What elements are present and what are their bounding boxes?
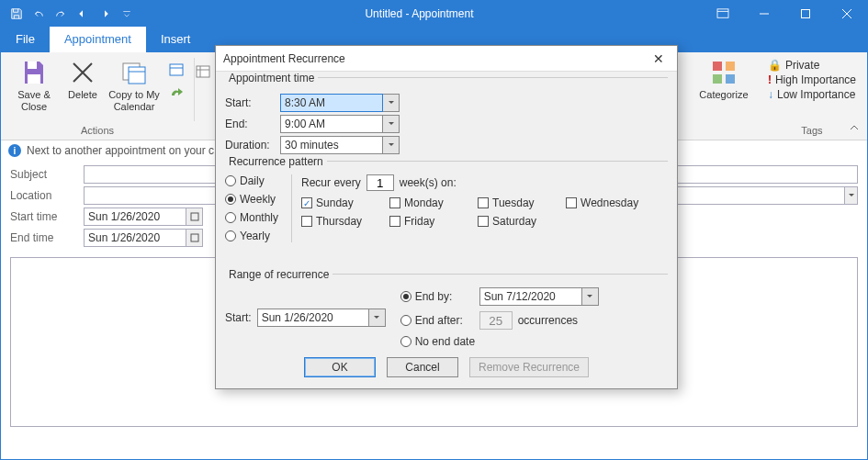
check-saturday[interactable]: Saturday <box>478 215 551 228</box>
tab-file[interactable]: File <box>1 27 50 52</box>
chevron-down-icon[interactable] <box>383 115 400 133</box>
svg-rect-5 <box>129 67 145 84</box>
app-window: Untitled - Appointment File Appointment … <box>0 0 868 460</box>
categorize-icon <box>709 58 738 87</box>
svg-rect-3 <box>28 74 40 84</box>
cancel-button[interactable]: Cancel <box>387 357 458 377</box>
end-time-label: End time <box>10 231 84 244</box>
svg-rect-11 <box>726 74 735 84</box>
dlg-duration-select[interactable]: 30 minutes <box>280 136 400 154</box>
chevron-down-icon[interactable] <box>582 287 599 306</box>
radio-no-end[interactable]: No end date <box>400 335 475 348</box>
wednesday-label: Wednesday <box>581 196 638 209</box>
dlg-duration-value: 30 minutes <box>280 136 383 154</box>
location-dropdown-icon[interactable] <box>845 186 858 205</box>
copy-calendar-button[interactable]: Copy to My Calendar <box>106 56 163 115</box>
radio-yearly[interactable]: Yearly <box>225 230 278 242</box>
start-time-label: Start time <box>10 210 84 223</box>
check-wednesday[interactable]: Wednesday <box>566 196 648 209</box>
group-actions: Save & Close Delete Copy to My Calendar … <box>1 52 194 140</box>
next-icon[interactable] <box>95 4 115 24</box>
section-recurrence-pattern: Recurrence pattern Daily Weekly Monthly … <box>225 161 668 246</box>
radio-daily-label: Daily <box>240 174 265 187</box>
dlg-duration-label: Duration: <box>225 139 280 151</box>
tuesday-label: Tuesday <box>492 196 535 209</box>
redo-icon[interactable] <box>51 4 71 24</box>
end-by-label: End by: <box>415 290 474 303</box>
minimize-button[interactable] <box>743 1 784 27</box>
svg-rect-6 <box>170 64 183 75</box>
group-categorize: Categorize <box>691 52 757 140</box>
chevron-down-icon[interactable] <box>369 309 386 327</box>
check-tuesday[interactable]: Tuesday <box>478 196 551 209</box>
start-date-value: Sun 1/26/2020 <box>85 210 186 223</box>
high-importance-toggle[interactable]: !High Importance <box>764 73 860 87</box>
monday-label: Monday <box>404 196 444 209</box>
range-start-select[interactable]: Sun 1/26/2020 <box>257 309 386 327</box>
dialog-close-button[interactable]: ✕ <box>648 48 670 70</box>
tab-insert[interactable]: Insert <box>146 27 206 52</box>
dlg-end-value: 9:00 AM <box>280 115 383 133</box>
low-importance-toggle[interactable]: ↓Low Importance <box>764 87 859 102</box>
undo-icon[interactable] <box>28 4 49 24</box>
appointment-view-icon[interactable] <box>193 62 213 82</box>
radio-weekly[interactable]: Weekly <box>225 193 278 206</box>
chevron-down-icon[interactable] <box>383 136 400 154</box>
save-close-icon <box>19 58 49 87</box>
qat-customize-icon[interactable] <box>117 4 137 24</box>
delete-button[interactable]: Delete <box>63 56 102 103</box>
calendar-small-icon[interactable] <box>166 60 186 80</box>
end-by-select[interactable]: Sun 7/12/2020 <box>479 287 599 306</box>
radio-end-after[interactable]: End after: <box>400 314 474 327</box>
save-close-button[interactable]: Save & Close <box>8 56 60 115</box>
ribbon-display-icon[interactable] <box>702 1 743 27</box>
info-icon: i <box>8 144 21 157</box>
end-by-value: Sun 7/12/2020 <box>479 287 582 306</box>
titlebar: Untitled - Appointment <box>1 1 867 27</box>
dlg-end-select[interactable]: 9:00 AM <box>280 115 400 133</box>
sunday-label: Sunday <box>316 196 354 209</box>
tab-appointment[interactable]: Appointment <box>50 27 146 52</box>
remove-recurrence-button[interactable]: Remove Recurrence <box>469 357 589 377</box>
svg-rect-0 <box>717 9 728 17</box>
private-label: Private <box>785 59 819 72</box>
dlg-end-label: End: <box>225 118 280 130</box>
svg-rect-10 <box>713 74 722 84</box>
svg-rect-12 <box>191 213 198 220</box>
collapse-ribbon-icon[interactable] <box>847 121 862 136</box>
start-date-input[interactable]: Sun 1/26/2020 <box>84 208 203 226</box>
maximize-button[interactable] <box>784 1 826 27</box>
check-friday[interactable]: Friday <box>389 215 463 228</box>
friday-label: Friday <box>404 215 434 228</box>
group-show <box>195 52 211 140</box>
recur-number-input[interactable] <box>366 174 394 191</box>
radio-monthly[interactable]: Monthly <box>225 211 278 224</box>
close-button[interactable] <box>826 1 867 27</box>
info-text: Next to another appointment on your c <box>27 144 214 157</box>
check-sunday[interactable]: Sunday <box>301 196 375 209</box>
window-title: Untitled - Appointment <box>137 7 702 20</box>
end-after-label: End after: <box>415 314 474 327</box>
check-monday[interactable]: Monday <box>389 196 463 209</box>
private-toggle[interactable]: 🔒Private <box>764 58 823 73</box>
svg-rect-2 <box>28 62 37 69</box>
save-icon[interactable] <box>6 4 27 24</box>
high-importance-label: High Importance <box>775 73 856 86</box>
occurrences-label: occurrences <box>518 314 578 327</box>
end-date-input[interactable]: Sun 1/26/2020 <box>84 229 203 247</box>
exclamation-icon: ! <box>768 73 772 86</box>
chevron-down-icon[interactable] <box>383 94 400 112</box>
check-thursday[interactable]: Thursday <box>301 215 375 228</box>
end-date-picker-icon[interactable] <box>186 230 202 246</box>
radio-monthly-label: Monthly <box>240 211 278 224</box>
previous-icon[interactable] <box>73 4 93 24</box>
radio-end-by[interactable]: End by: <box>400 290 474 303</box>
radio-daily[interactable]: Daily <box>225 174 278 187</box>
categorize-button[interactable]: Categorize <box>698 56 750 103</box>
forward-small-icon[interactable] <box>166 82 186 102</box>
start-date-picker-icon[interactable] <box>186 208 202 225</box>
ok-button[interactable]: OK <box>304 357 376 377</box>
dlg-start-select[interactable]: 8:30 AM <box>280 94 400 112</box>
range-start-value: Sun 1/26/2020 <box>257 309 369 327</box>
end-after-input[interactable] <box>479 311 513 330</box>
